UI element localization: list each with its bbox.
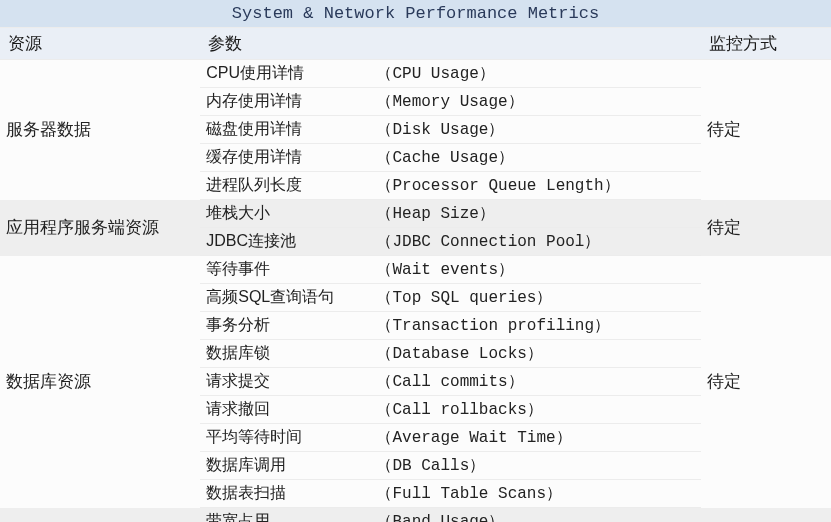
param-cn-cell: 高频SQL查询语句 (200, 284, 370, 312)
resource-cell: 数据库资源 (0, 256, 200, 508)
table-row: 网络数据带宽占用（Band Usage）待定 (0, 508, 831, 523)
param-cn-cell: CPU使用详情 (200, 60, 370, 88)
param-cn-cell: 数据表扫描 (200, 480, 370, 508)
param-en-cell: （Band Usage） (370, 508, 700, 523)
header-param: 参数 (200, 28, 701, 60)
param-en-cell: （CPU Usage） (370, 60, 700, 88)
param-cn-cell: 磁盘使用详情 (200, 116, 370, 144)
param-en-cell: （Disk Usage） (370, 116, 700, 144)
param-en-cell: （Heap Size） (370, 200, 700, 228)
param-en-cell: （Call commits） (370, 368, 700, 396)
resource-cell: 应用程序服务端资源 (0, 200, 200, 256)
param-cn-cell: 进程队列长度 (200, 172, 370, 200)
metrics-table: System & Network Performance Metrics 资源 … (0, 0, 831, 522)
param-en-cell: （Call rollbacks） (370, 396, 700, 424)
resource-cell: 服务器数据 (0, 60, 200, 200)
param-en-cell: （Full Table Scans） (370, 480, 700, 508)
param-en-cell: （Top SQL queries） (370, 284, 700, 312)
table-title-row: System & Network Performance Metrics (0, 0, 831, 28)
monitor-cell: 待定 (701, 60, 831, 200)
header-monitor: 监控方式 (701, 28, 831, 60)
param-cn-cell: 平均等待时间 (200, 424, 370, 452)
table-row: 数据库资源等待事件（Wait events）待定 (0, 256, 831, 284)
monitor-cell: 待定 (701, 200, 831, 256)
param-en-cell: （Transaction profiling） (370, 312, 700, 340)
monitor-cell: 待定 (701, 256, 831, 508)
param-cn-cell: 带宽占用 (200, 508, 370, 523)
param-cn-cell: 请求撤回 (200, 396, 370, 424)
param-en-cell: （Processor Queue Length） (370, 172, 700, 200)
resource-cell: 网络数据 (0, 508, 200, 523)
param-cn-cell: 数据库锁 (200, 340, 370, 368)
param-en-cell: （Memory Usage） (370, 88, 700, 116)
param-cn-cell: 请求提交 (200, 368, 370, 396)
param-en-cell: （Cache Usage） (370, 144, 700, 172)
param-en-cell: （DB Calls） (370, 452, 700, 480)
table-title: System & Network Performance Metrics (0, 0, 831, 28)
param-cn-cell: 事务分析 (200, 312, 370, 340)
param-en-cell: （Average Wait Time） (370, 424, 700, 452)
monitor-cell: 待定 (701, 508, 831, 523)
param-cn-cell: 等待事件 (200, 256, 370, 284)
param-cn-cell: JDBC连接池 (200, 228, 370, 256)
param-cn-cell: 堆栈大小 (200, 200, 370, 228)
param-en-cell: （Database Locks） (370, 340, 700, 368)
param-en-cell: （Wait events） (370, 256, 700, 284)
table-row: 服务器数据CPU使用详情（CPU Usage）待定 (0, 60, 831, 88)
table-header-row: 资源 参数 监控方式 (0, 28, 831, 60)
param-cn-cell: 内存使用详情 (200, 88, 370, 116)
table-row: 应用程序服务端资源堆栈大小（Heap Size）待定 (0, 200, 831, 228)
header-resource: 资源 (0, 28, 200, 60)
param-en-cell: （JDBC Connection Pool） (370, 228, 700, 256)
param-cn-cell: 数据库调用 (200, 452, 370, 480)
param-cn-cell: 缓存使用详情 (200, 144, 370, 172)
